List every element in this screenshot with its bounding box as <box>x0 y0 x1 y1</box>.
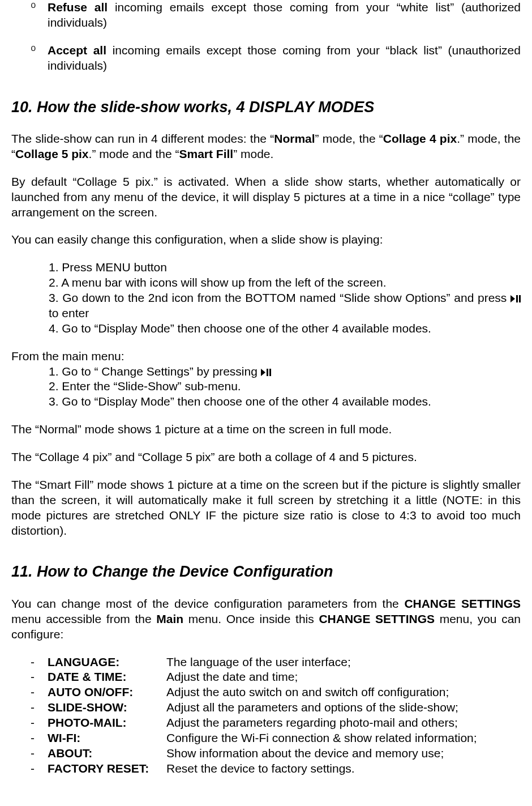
steps-list-a: 1. Press MENU button 2. A menu bar with … <box>11 260 521 336</box>
setting-label: DATE & TIME: <box>48 669 166 685</box>
svg-rect-1 <box>516 295 518 302</box>
setting-label: WI-FI: <box>48 731 166 746</box>
step-item: 3. Go down to the 2nd icon from the BOTT… <box>49 291 521 321</box>
paragraph: You can change most of the device config… <box>11 596 521 642</box>
step-item: 1. Go to “ Change Settings” by pressing <box>49 364 521 379</box>
bold-term: Normal <box>274 132 315 145</box>
paragraph: The “Normal” mode shows 1 picture at a t… <box>11 422 521 437</box>
text: The slide-show can run in 4 different mo… <box>11 132 274 145</box>
setting-desc: Adjust the parameters regarding photo-ma… <box>166 715 521 731</box>
list-item: Accept all incoming emails except those … <box>31 43 521 74</box>
setting-desc: The language of the user interface; <box>166 655 521 670</box>
setting-label: SLIDE-SHOW: <box>48 700 166 715</box>
settings-list: LANGUAGE:The language of the user interf… <box>11 655 521 777</box>
setting-desc: Adjust the auto switch on and switch off… <box>166 685 521 700</box>
text: 3. Go down to the 2nd icon from the BOTT… <box>49 291 510 304</box>
text: 1. Go to “ Change Settings” by pressing <box>49 365 261 378</box>
list-item: ABOUT:Show information about the device … <box>31 746 521 761</box>
step-item: 1. Press MENU button <box>49 260 521 275</box>
svg-rect-2 <box>519 295 521 302</box>
setting-label: AUTO ON/OFF: <box>48 685 166 700</box>
setting-desc: Adjust the date and time; <box>166 669 521 685</box>
setting-desc: Show information about the device and me… <box>166 746 521 761</box>
text: .” mode and the “ <box>89 147 179 160</box>
setting-label: ABOUT: <box>48 746 166 761</box>
svg-rect-4 <box>267 369 268 376</box>
step-item: 3. Go to “Display Mode” then choose one … <box>49 394 521 410</box>
list-item: DATE & TIME:Adjust the date and time; <box>31 669 521 685</box>
text: ” mode, the “ <box>315 132 383 145</box>
text: to enter <box>49 306 89 319</box>
paragraph: The slide-show can run in 4 different mo… <box>11 131 521 162</box>
svg-marker-0 <box>510 295 515 302</box>
item-text: incoming emails except those coming from… <box>48 44 521 72</box>
play-pause-icon <box>510 291 521 304</box>
page: Refuse all incoming emails except those … <box>0 0 532 806</box>
svg-rect-5 <box>269 369 271 376</box>
setting-label: PHOTO-MAIL: <box>48 715 166 731</box>
section-11-heading: 11. How to Change the Device Configurati… <box>11 562 521 582</box>
step-item: 4. Go to “Display Mode” then choose one … <box>49 321 521 336</box>
text: menu. Once inside this <box>183 612 319 625</box>
paragraph: From the main menu: <box>11 349 521 364</box>
step-item: 2. Enter the “Slide-Show” sub-menu. <box>49 379 521 394</box>
setting-label: LANGUAGE: <box>48 655 166 670</box>
bold-term: Collage 4 pix <box>383 132 457 145</box>
list-item: LANGUAGE:The language of the user interf… <box>31 655 521 670</box>
bold-term: Collage 5 pix <box>15 147 89 160</box>
steps-list-b: 1. Go to “ Change Settings” by pressing … <box>11 364 521 410</box>
item-text: incoming emails except those coming from… <box>48 1 521 29</box>
list-item: PHOTO-MAIL:Adjust the parameters regardi… <box>31 715 521 731</box>
intro-bullet-list: Refuse all incoming emails except those … <box>11 0 521 74</box>
list-item: AUTO ON/OFF:Adjust the auto switch on an… <box>31 685 521 700</box>
paragraph: The “Collage 4 pix” and “Collage 5 pix” … <box>11 450 521 465</box>
text: menu accessible from the <box>11 612 156 625</box>
paragraph: You can easily change this configuration… <box>11 232 521 248</box>
list-item: Refuse all incoming emails except those … <box>31 0 521 31</box>
list-item: FACTORY RESET:Reset the device to factor… <box>31 761 521 777</box>
paragraph: The “Smart Fill” mode shows 1 picture at… <box>11 477 521 539</box>
list-item: WI-FI:Configure the Wi-Fi connection & s… <box>31 731 521 746</box>
play-pause-icon <box>261 365 271 378</box>
section-10-heading: 10. How the slide-show works, 4 DISPLAY … <box>11 97 521 117</box>
bold-term: Smart Fill <box>179 147 233 160</box>
bold-term: Main <box>156 612 183 625</box>
paragraph: By default “Collage 5 pix.” is activated… <box>11 174 521 220</box>
setting-desc: Configure the Wi-Fi connection & show re… <box>166 731 521 746</box>
svg-marker-3 <box>261 369 265 376</box>
text: ” mode. <box>233 147 273 160</box>
list-item: SLIDE-SHOW:Adjust all the parameters and… <box>31 700 521 715</box>
setting-desc: Adjust all the parameters and options of… <box>166 700 521 715</box>
text: You can change most of the device config… <box>11 597 404 610</box>
setting-desc: Reset the device to factory settings. <box>166 761 521 777</box>
bold-term: Refuse all <box>48 1 108 14</box>
bold-term: CHANGE SETTINGS <box>404 597 521 610</box>
bold-term: CHANGE SETTINGS <box>319 612 435 625</box>
bold-term: Accept all <box>48 44 106 57</box>
setting-label: FACTORY RESET: <box>48 761 166 777</box>
step-item: 2. A menu bar with icons will show up fr… <box>49 275 521 291</box>
